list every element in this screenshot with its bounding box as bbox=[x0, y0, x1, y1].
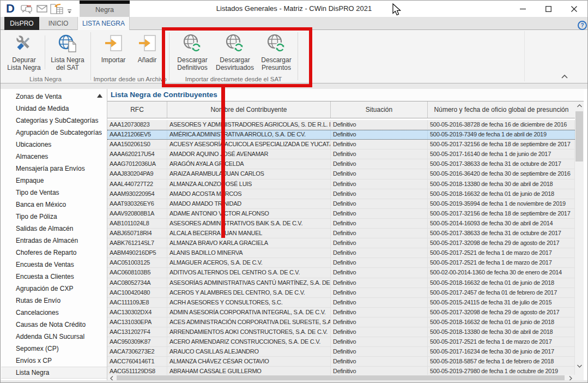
table-cell[interactable]: 500-05-2016-38728 de fecha 16 de diciemb… bbox=[428, 120, 575, 129]
table-cell[interactable]: ALANIS BADILLO MINERVA bbox=[167, 248, 331, 258]
table-row[interactable]: AABM490216DP5ALANIS BADILLO MINERVADefin… bbox=[107, 248, 575, 258]
table-cell[interactable]: Definitivo bbox=[331, 298, 428, 307]
scroll-down-icon[interactable] bbox=[575, 362, 584, 370]
sidebar-item-tipo-de-p-liza[interactable]: Tipo de Póliza bbox=[1, 211, 107, 223]
sidebar-item-empaque[interactable]: Empaque bbox=[1, 175, 107, 187]
table-cell[interactable]: AAC100420480 bbox=[107, 288, 167, 297]
sidebar-item-banca-en-m-xico[interactable]: Banca en México bbox=[1, 199, 107, 211]
vertical-scroll-thumb[interactable] bbox=[575, 111, 583, 161]
sidebar-item-addenda-gln-sucursal[interactable]: Addenda GLN Sucursal bbox=[1, 331, 107, 343]
table-cell[interactable]: 500-05-2017-38633 de fecha 31 de octubre… bbox=[428, 159, 575, 169]
table-cell[interactable]: 500-05-2018-5857 de fecha 1 de febrero d… bbox=[428, 357, 575, 366]
sidebar-item-mensajer-a-para-env-os[interactable]: Mensajería para Envíos bbox=[1, 163, 107, 175]
table-cell[interactable]: Definitivo bbox=[331, 248, 428, 258]
table-cell[interactable]: 500-05-2017-2521 de fecha 1 de marzo de … bbox=[428, 258, 575, 267]
table-cell[interactable]: AAC130302DX4 bbox=[107, 308, 167, 317]
table-cell[interactable]: Definitivo bbox=[331, 327, 428, 337]
table-cell[interactable]: ADMIN ASESORÍA CORPORATIVA INTEGRAL, S.A… bbox=[167, 308, 331, 317]
table-cell[interactable]: Definitivo bbox=[331, 258, 428, 267]
table-row[interactable]: AAAM930220954AMADO ACOSTA MARCOSDefiniti… bbox=[107, 189, 575, 199]
table-cell[interactable]: 500-05-2017-32098 de fecha 29 de agosto … bbox=[428, 238, 575, 248]
table-cell[interactable]: 500-05-2017-16234 de fecha 30 de junio d… bbox=[428, 347, 575, 356]
depurar-lista-negra-button[interactable]: Depurar Lista Negra bbox=[5, 33, 43, 80]
sidebar-item-choferes-de-reparto[interactable]: Choferes de Reparto bbox=[1, 247, 107, 259]
table-cell[interactable]: 500-05-2017-2457 de fecha 01 de febrero … bbox=[428, 288, 575, 297]
table-row[interactable]: AAA121206EV5AMÉRICA ADMINISTRATIVA ARROL… bbox=[107, 130, 575, 140]
sidebar-scroll-up-icon[interactable] bbox=[97, 94, 102, 98]
table-cell[interactable]: Definitivo bbox=[331, 347, 428, 356]
table-cell[interactable]: AAAV920808B1A bbox=[107, 209, 167, 218]
table-row[interactable]: AAC950309K87ACERO ARMENDARIZ CONSTRUCCIO… bbox=[107, 337, 575, 347]
table-cell[interactable]: AAB1011024L8 bbox=[107, 219, 167, 228]
table-cell[interactable]: ACUESY ASESORÍA ACUICOLA ESPECIALIZADA D… bbox=[167, 140, 331, 149]
table-row[interactable]: AAC131030EPAACES ADMINISTRACIÓN CORPORAT… bbox=[107, 318, 575, 327]
table-row[interactable]: AACG511129DS8ABRAHAM CASSALE GUILLERMODe… bbox=[107, 367, 575, 375]
table-cell[interactable]: Definitivo bbox=[331, 179, 428, 189]
table-cell[interactable]: 500-05-2015-24115 de fecha 31 de julio d… bbox=[428, 298, 575, 307]
table-cell[interactable]: Definitivo bbox=[331, 199, 428, 208]
sidebar-item-entradas-de-almac-n[interactable]: Entradas de Almacén bbox=[1, 235, 107, 247]
table-cell[interactable]: AMÉRICA ADMINISTRATIVA ARROLLO, S.A. DE … bbox=[167, 130, 331, 139]
table-cell[interactable]: 500-05-2019-35994 de fecha 1 de noviembr… bbox=[428, 199, 575, 208]
table-cell[interactable]: ADAME ANTONIO VICTOR ALFONSO bbox=[167, 209, 331, 218]
close-button[interactable] bbox=[561, 1, 587, 17]
table-cell[interactable]: ALMAGUER ACEROS, S.A. DE C.V. bbox=[167, 258, 331, 267]
column-header-nombre-del-contribuyente[interactable]: Nombre del Contribuyente bbox=[167, 101, 331, 118]
table-cell[interactable]: 500-05-2017-2521 de fecha 1 de marzo de … bbox=[428, 337, 575, 346]
table-cell[interactable]: AMADO AMADO TRINIDAD bbox=[167, 199, 331, 208]
table-cell[interactable]: ALMANZA CHÁVEZ CÉSAR OCTAVIO bbox=[167, 357, 331, 366]
sidebar-item-zonas-de-venta[interactable]: Zonas de Venta bbox=[1, 91, 107, 103]
table-row[interactable]: AACA7306273E2ARAUCO CASILLAS ALEJANDRODe… bbox=[107, 347, 575, 357]
table-cell[interactable]: ALCALA BECERRA JUAN MANUEL bbox=[167, 229, 331, 238]
sidebar-item-agrupaci-n-de-subcategor-as[interactable]: Agrupación de Subcategorías bbox=[1, 127, 107, 139]
table-row[interactable]: AABJ650718RI4ALCALA BECERRA JUAN MANUELD… bbox=[107, 229, 575, 238]
table-cell[interactable]: Definitivo bbox=[331, 189, 428, 199]
table-cell[interactable]: ARRENDAMIENTOS AOKI CONSTRUCTORES, S.A. … bbox=[167, 327, 331, 337]
table-cell[interactable]: 500-05-2018-16632 de fecha 01 de junio d… bbox=[428, 318, 575, 327]
table-cell[interactable]: Definitivo bbox=[331, 238, 428, 248]
table-cell[interactable]: 500-05-2018-16632 de fecha 01 de junio d… bbox=[428, 278, 575, 288]
table-cell[interactable]: Definitivo bbox=[331, 278, 428, 288]
table-cell[interactable]: Definitivo bbox=[331, 159, 428, 169]
table-cell[interactable]: AAC950309K87 bbox=[107, 337, 167, 346]
table-cell[interactable]: ACEROS Y ALAMBRES DEL CENTRO, S.A. DE C.… bbox=[167, 288, 331, 297]
table-cell[interactable]: Definitivo bbox=[331, 268, 428, 277]
tab-inicio[interactable]: INICIO bbox=[39, 17, 77, 30]
sidebar-item-ubicaciones[interactable]: Ubicaciones bbox=[1, 139, 107, 151]
table-cell[interactable]: AAAM930220954 bbox=[107, 189, 167, 199]
table-cell[interactable]: ACERO ARMENDARIZ CONSTRUCCIONES, S.A. DE… bbox=[167, 337, 331, 346]
table-cell[interactable]: 500-05-2014-16093 de fecha 30 de abril d… bbox=[428, 219, 575, 228]
table-cell[interactable]: AACG511129DS8 bbox=[107, 367, 167, 375]
sidebar-item-categor-as-y-subcategor-as[interactable]: Categorías y SubCategorías bbox=[1, 115, 107, 127]
table-cell[interactable]: AAA1502061S0 bbox=[107, 140, 167, 149]
table-cell[interactable]: AABK761214SL7 bbox=[107, 238, 167, 248]
table-row[interactable]: AAC051003125ALMAGUER ACEROS, S.A. DE C.V… bbox=[107, 258, 575, 268]
table-cell[interactable]: 500-05-2017-32098 de fecha 29 de agosto … bbox=[428, 308, 575, 317]
sidebar-item-salidas-de-almac-n[interactable]: Salidas de Almacén bbox=[1, 223, 107, 235]
table-cell[interactable]: Definitivo bbox=[331, 130, 428, 139]
table-cell[interactable]: 500-05-2017-38633 de fecha 31 de octubre… bbox=[428, 229, 575, 238]
column-header-situaci-n[interactable]: Situación bbox=[331, 101, 428, 118]
sidebar-item-sepomex-cp[interactable]: Sepomex (CP) bbox=[1, 343, 107, 355]
table-cell[interactable]: Definitivo bbox=[331, 229, 428, 238]
table-cell[interactable]: 500-05-2018-13380 de fecha 30 de abril d… bbox=[428, 179, 575, 189]
vertical-scrollbar[interactable] bbox=[575, 101, 584, 375]
sidebar-item-lista-negra[interactable]: Lista Negra bbox=[1, 367, 107, 379]
sidebar-item-rutas-de-env-o[interactable]: Rutas de Envío bbox=[1, 295, 107, 307]
table-row[interactable]: AAAG7012036UAARAGÓN AYALA GRICELDADefini… bbox=[107, 159, 575, 169]
table-row[interactable]: AAC111109JE8ACRH ASESORES Y CONSULTORES,… bbox=[107, 298, 575, 308]
table-cell[interactable]: AAC111109JE8 bbox=[107, 298, 167, 307]
table-row[interactable]: AAA1502061S0ACUESY ASESORÍA ACUICOLA ESP… bbox=[107, 140, 575, 149]
sidebar-item-causas-de-nota-cr-dito[interactable]: Causas de Nota Crédito bbox=[1, 319, 107, 331]
table-cell[interactable]: Definitivo bbox=[331, 288, 428, 297]
minimize-button[interactable] bbox=[510, 1, 536, 17]
help-icon[interactable]: ? bbox=[578, 21, 587, 30]
table-cell[interactable]: Definitivo bbox=[331, 209, 428, 218]
sidebar-item-encuesta-a-clientes[interactable]: Encuesta a Clientes bbox=[1, 271, 107, 283]
table-cell[interactable]: ACES ADMINISTRACIÓN CORPORATIVA DEL SURE… bbox=[167, 318, 331, 327]
sidebar-item-encuesta-de-ventas[interactable]: Encuesta de Ventas bbox=[1, 259, 107, 271]
table-cell[interactable]: ACRH ASESORES Y CONSULTORES, S.C. bbox=[167, 298, 331, 307]
table-cell[interactable]: AAA121206EV5 bbox=[107, 130, 167, 139]
table-row[interactable]: AAC100420480ACEROS Y ALAMBRES DEL CENTRO… bbox=[107, 288, 575, 298]
table-row[interactable]: AAC1312027F4ARRENDAMIENTOS AOKI CONSTRUC… bbox=[107, 327, 575, 337]
